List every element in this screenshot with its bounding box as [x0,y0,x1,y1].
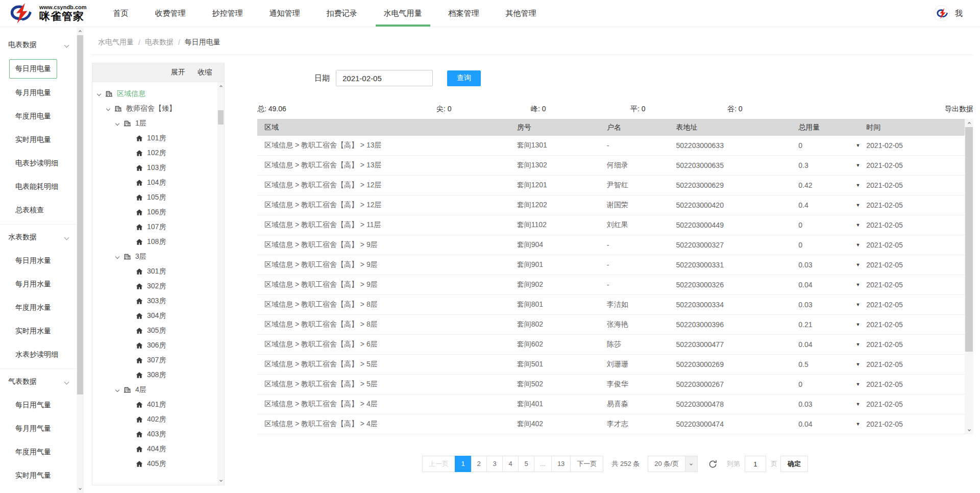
tree-leaf[interactable]: 304房 [92,308,217,323]
page-ellipsis[interactable]: ... [534,456,552,472]
page-size-select[interactable]: 20 条/页 [648,456,698,472]
tree-leaf[interactable]: 104房 [92,175,217,190]
sidebar-item-电表能耗明细[interactable]: 电表能耗明细 [0,175,77,199]
tree-leaf[interactable]: 302房 [92,279,217,293]
tree-leaf[interactable]: 404房 [92,441,217,456]
user-menu[interactable]: 我 [955,9,963,18]
row-expand-caret-icon[interactable]: ▼ [855,262,860,267]
page-button-2[interactable]: 2 [471,456,487,472]
scroll-down-icon[interactable] [217,477,224,485]
chevron-down-icon[interactable] [115,387,119,391]
sidebar-section-title[interactable]: 水表数据 [0,226,77,249]
row-expand-caret-icon[interactable]: ▼ [855,143,860,148]
sidebar-item-水表抄读明细[interactable]: 水表抄读明细 [0,343,77,366]
sidebar-item-实时用电量[interactable]: 实时用电量 [0,128,77,152]
page-button-4[interactable]: 4 [502,456,519,472]
row-expand-caret-icon[interactable]: ▼ [855,242,860,248]
scroll-up-icon[interactable] [965,119,973,127]
refresh-icon[interactable] [708,459,718,469]
nav-item-通知管理[interactable]: 通知管理 [261,0,308,27]
row-expand-caret-icon[interactable]: ▼ [855,402,860,407]
page-button-5[interactable]: 5 [518,456,534,472]
nav-item-扣费记录[interactable]: 扣费记录 [318,0,365,27]
tree-branch[interactable]: 区域信息 [92,86,217,101]
sidebar-item-每日用气量[interactable]: 每日用气量 [0,393,77,417]
sidebar-item-气表抄读明细[interactable]: 气表抄读明细 [0,487,77,493]
tree-leaf[interactable]: 307房 [92,353,217,367]
row-expand-caret-icon[interactable]: ▼ [855,282,860,287]
sidebar-scrollbar-thumb[interactable] [77,35,83,395]
tree-leaf[interactable]: 103房 [92,160,217,175]
tree-leaf[interactable]: 303房 [92,293,217,308]
scroll-up-icon[interactable] [217,82,224,90]
date-input[interactable] [336,70,433,86]
tree-branch[interactable]: 3层 [92,249,217,264]
nav-item-水电气用量[interactable]: 水电气用量 [376,0,430,27]
tree-leaf[interactable]: 106房 [92,205,217,219]
chevron-down-icon[interactable] [115,121,119,125]
next-page-button[interactable]: 下一页 [570,456,603,472]
sidebar-section-title[interactable]: 气表数据 [0,370,77,393]
page-button-3[interactable]: 3 [486,456,503,472]
chevron-down-icon[interactable] [97,91,101,95]
sidebar-item-总表核查[interactable]: 总表核查 [0,199,77,222]
sidebar-item-每月用气量[interactable]: 每月用气量 [0,417,77,440]
tree-leaf[interactable]: 401房 [92,397,217,412]
row-expand-caret-icon[interactable]: ▼ [855,183,860,188]
page-button-1[interactable]: 1 [455,456,471,472]
row-expand-caret-icon[interactable]: ▼ [855,342,860,347]
sidebar-item-年度用气量[interactable]: 年度用气量 [0,440,77,464]
sidebar-item-每月用水量[interactable]: 每月用水量 [0,273,77,296]
tree-leaf[interactable]: 107房 [92,219,217,234]
breadcrumb-item[interactable]: 水电气用量 [98,38,134,47]
row-expand-caret-icon[interactable]: ▼ [855,322,860,327]
nav-item-收费管理[interactable]: 收费管理 [147,0,194,27]
query-button[interactable]: 查询 [447,70,481,86]
page-button-13[interactable]: 13 [551,456,571,472]
row-expand-caret-icon[interactable]: ▼ [855,362,860,367]
nav-item-首页[interactable]: 首页 [105,0,137,27]
expand-all-button[interactable]: 展开 [171,68,185,77]
row-expand-caret-icon[interactable]: ▼ [855,302,860,307]
sidebar-section-title[interactable]: 电表数据 [0,33,77,57]
collapse-all-button[interactable]: 收缩 [198,68,212,77]
tree-branch[interactable]: 4层 [92,382,217,397]
sidebar-item-年度用电量[interactable]: 年度用电量 [0,105,77,128]
tree-leaf[interactable]: 306房 [92,338,217,353]
tree-leaf[interactable]: 305房 [92,323,217,338]
tree-branch[interactable]: 教师宿舍【矮】 [92,101,217,116]
sidebar-item-实时用气量[interactable]: 实时用气量 [0,464,77,487]
sidebar-item-每日用电量[interactable]: 每日用电量 [9,59,57,79]
nav-item-其他管理[interactable]: 其他管理 [498,0,545,27]
row-expand-caret-icon[interactable]: ▼ [855,223,860,228]
scroll-up-icon[interactable] [77,27,84,35]
table-scrollbar[interactable] [965,119,973,434]
tree-scrollbar-thumb[interactable] [218,110,224,125]
tree-scrollbar[interactable] [217,82,224,485]
scroll-down-icon[interactable] [965,427,973,434]
row-expand-caret-icon[interactable]: ▼ [855,163,860,168]
sidebar-item-年度用水量[interactable]: 年度用水量 [0,296,77,319]
export-data-link[interactable]: 导出数据 [945,105,973,114]
sidebar-item-每月用电量[interactable]: 每月用电量 [0,81,77,105]
user-avatar[interactable] [934,5,950,21]
goto-page-input[interactable] [745,456,766,472]
breadcrumb-item[interactable]: 电表数据 [145,38,174,47]
sidebar-item-实时用水量[interactable]: 实时用水量 [0,319,77,343]
tree-leaf[interactable]: 108房 [92,234,217,249]
sidebar-scrollbar[interactable] [77,27,84,493]
tree-leaf[interactable]: 101房 [92,131,217,145]
sidebar-item-每日用水量[interactable]: 每日用水量 [0,249,77,273]
brand[interactable]: www.csyndb.com 咪雀管家 [8,3,87,23]
chevron-down-icon[interactable] [115,254,119,258]
chevron-down-icon[interactable] [106,106,110,110]
prev-page-button[interactable]: 上一页 [422,456,455,472]
tree-leaf[interactable]: 301房 [92,264,217,279]
sidebar-item-电表抄读明细[interactable]: 电表抄读明细 [0,152,77,175]
tree-leaf[interactable]: 405房 [92,456,217,471]
tree-leaf[interactable]: 402房 [92,412,217,427]
row-expand-caret-icon[interactable]: ▼ [855,203,860,208]
tree-leaf[interactable]: 105房 [92,190,217,205]
nav-item-档案管理[interactable]: 档案管理 [440,0,487,27]
row-expand-caret-icon[interactable]: ▼ [855,422,860,427]
